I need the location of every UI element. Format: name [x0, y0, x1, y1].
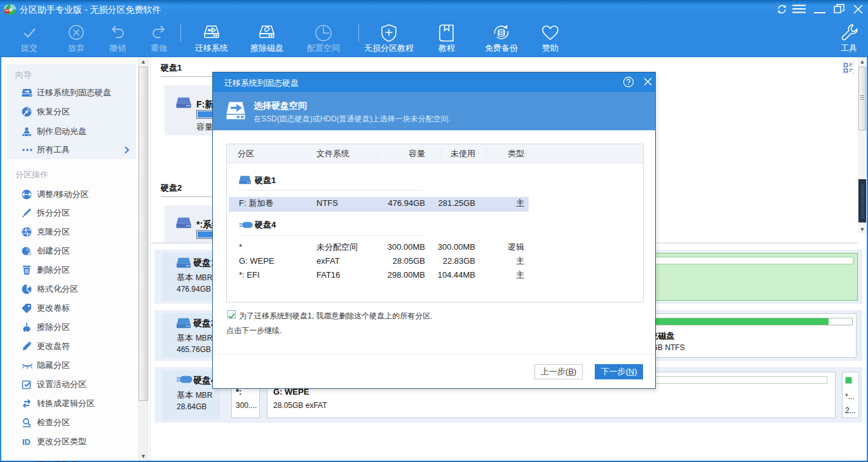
svg-text:ID: ID: [22, 437, 31, 447]
